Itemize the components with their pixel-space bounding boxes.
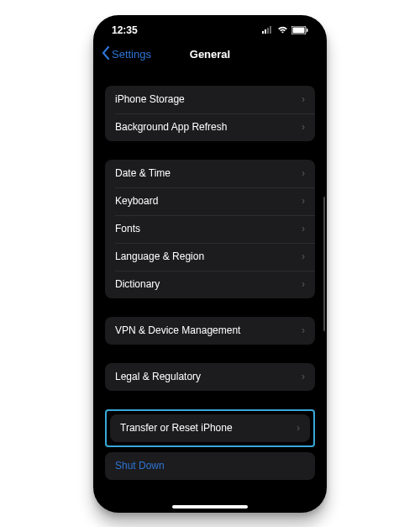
phone-frame: 12:35 Settings General iPhone Storage	[93, 15, 327, 513]
row-background-app-refresh[interactable]: Background App Refresh ›	[105, 113, 315, 141]
chevron-right-icon: ›	[302, 121, 305, 133]
section-vpn: VPN & Device Management ›	[105, 317, 315, 345]
row-label: iPhone Storage	[115, 93, 185, 105]
section-storage: iPhone Storage › Background App Refresh …	[105, 86, 315, 141]
row-vpn-device-management[interactable]: VPN & Device Management ›	[105, 317, 315, 345]
svg-rect-3	[270, 26, 271, 34]
section-shutdown: Shut Down	[105, 452, 315, 480]
chevron-right-icon: ›	[302, 371, 305, 382]
row-label: Shut Down	[115, 460, 165, 472]
battery-icon	[291, 26, 308, 34]
nav-bar: Settings General	[93, 39, 327, 71]
row-label: Fonts	[115, 223, 140, 235]
status-time: 12:35	[112, 24, 138, 36]
row-label: Keyboard	[115, 195, 158, 207]
chevron-right-icon: ›	[297, 422, 300, 434]
back-label: Settings	[112, 48, 151, 61]
chevron-right-icon: ›	[302, 324, 305, 336]
status-right	[262, 26, 308, 34]
home-indicator[interactable]	[172, 505, 248, 509]
row-label: VPN & Device Management	[115, 324, 240, 336]
row-keyboard[interactable]: Keyboard ›	[105, 187, 315, 215]
row-dictionary[interactable]: Dictionary ›	[105, 271, 315, 298]
svg-rect-0	[262, 31, 264, 34]
svg-rect-5	[293, 27, 305, 33]
chevron-right-icon: ›	[302, 93, 305, 105]
chevron-left-icon	[102, 46, 110, 62]
row-transfer-reset[interactable]: Transfer or Reset iPhone ›	[110, 414, 310, 442]
chevron-right-icon: ›	[302, 223, 305, 235]
row-label: Transfer or Reset iPhone	[120, 422, 233, 434]
scroll-indicator	[323, 197, 325, 331]
scroll-area[interactable]: iPhone Storage › Background App Refresh …	[93, 71, 327, 504]
highlight-annotation: Transfer or Reset iPhone ›	[105, 409, 315, 447]
row-label: Legal & Regulatory	[115, 371, 201, 382]
back-button[interactable]: Settings	[102, 46, 151, 62]
row-shut-down[interactable]: Shut Down	[105, 452, 315, 480]
svg-rect-1	[265, 29, 266, 34]
row-label: Language & Region	[115, 250, 204, 262]
row-language-region[interactable]: Language & Region ›	[105, 243, 315, 271]
chevron-right-icon: ›	[302, 278, 305, 290]
row-date-time[interactable]: Date & Time ›	[105, 160, 315, 187]
signal-icon	[262, 26, 274, 34]
chevron-right-icon: ›	[302, 195, 305, 207]
section-legal: Legal & Regulatory ›	[105, 363, 315, 391]
row-legal-regulatory[interactable]: Legal & Regulatory ›	[105, 363, 315, 391]
row-iphone-storage[interactable]: iPhone Storage ›	[105, 86, 315, 113]
chevron-right-icon: ›	[302, 167, 305, 179]
svg-rect-2	[267, 28, 269, 34]
row-label: Background App Refresh	[115, 121, 227, 133]
status-bar: 12:35	[93, 15, 327, 39]
svg-rect-6	[307, 29, 308, 32]
wifi-icon	[277, 26, 288, 34]
row-label: Date & Time	[115, 167, 171, 179]
row-label: Dictionary	[115, 278, 160, 290]
chevron-right-icon: ›	[302, 250, 305, 262]
section-reset: Transfer or Reset iPhone ›	[110, 414, 310, 442]
section-input: Date & Time › Keyboard › Fonts › Languag…	[105, 160, 315, 298]
row-fonts[interactable]: Fonts ›	[105, 215, 315, 243]
